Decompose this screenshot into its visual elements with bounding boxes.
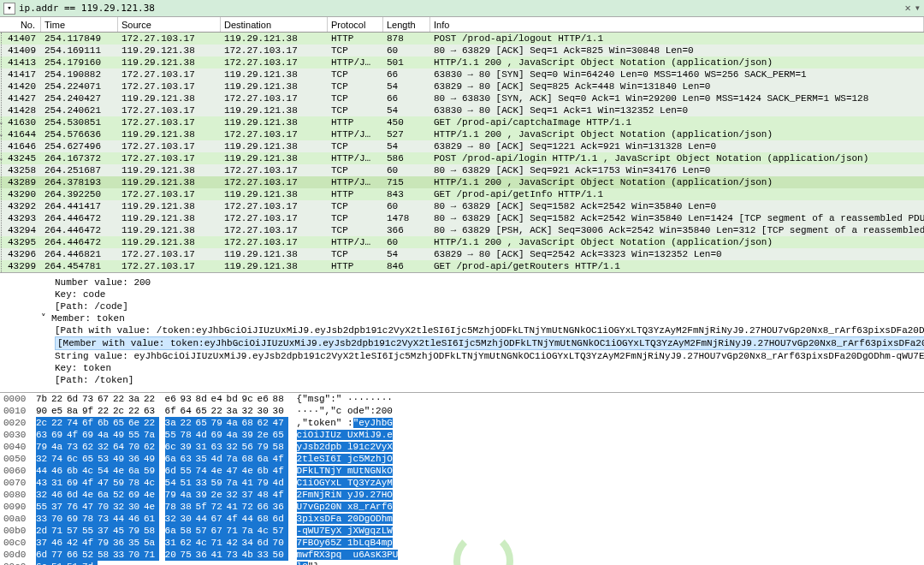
col-time[interactable]: Time bbox=[41, 17, 118, 32]
packet-details[interactable]: Number value: 200 Key: code [Path: /code… bbox=[0, 272, 924, 392]
packet-row[interactable]: 41417254.190882172.27.103.17119.29.121.3… bbox=[0, 68, 924, 80]
detail-path-with-value[interactable]: [Path with value: /token:eyJhbGciOiJIUzU… bbox=[10, 324, 924, 336]
packet-header-row: No. Time Source Destination Protocol Len… bbox=[0, 17, 924, 33]
packet-row[interactable]: 41646254.627496172.27.103.17119.29.121.3… bbox=[0, 140, 924, 152]
packet-row[interactable]: 43290264.392250172.27.103.17119.29.121.3… bbox=[0, 188, 924, 200]
packet-list[interactable]: No. Time Source Destination Protocol Len… bbox=[0, 17, 924, 272]
hex-offsets: 0000001000200030004000500060007000800090… bbox=[0, 393, 33, 565]
detail-path-token[interactable]: [Path: /token] bbox=[10, 374, 924, 386]
packet-row[interactable]: 41630254.530851172.27.103.17119.29.121.3… bbox=[0, 116, 924, 128]
clear-filter-icon[interactable]: ✕ bbox=[905, 2, 911, 15]
filter-text[interactable]: ip.addr == 119.29.121.38 bbox=[19, 3, 902, 14]
filter-dropdown-icon[interactable]: ▾ bbox=[915, 2, 921, 15]
packet-row[interactable]: 43293264.446472119.29.121.38172.27.103.1… bbox=[0, 212, 924, 224]
col-dst[interactable]: Destination bbox=[221, 17, 328, 32]
packet-row[interactable]: 43295264.446472119.29.121.38172.27.103.1… bbox=[0, 236, 924, 248]
detail-path-code[interactable]: [Path: /code] bbox=[10, 300, 924, 312]
detail-number-value[interactable]: Number value: 200 bbox=[10, 277, 924, 288]
detail-string-value[interactable]: String value: eyJhbGciOiJIUzUxMiJ9.eyJsb… bbox=[10, 350, 924, 362]
detail-key-token[interactable]: Key: token bbox=[10, 362, 924, 374]
col-info[interactable]: Info bbox=[430, 17, 924, 32]
packet-row[interactable]: 43299264.454781172.27.103.17119.29.121.3… bbox=[0, 260, 924, 272]
detail-member-with-value[interactable]: [Member with value: token:eyJhbGciOiJIUz… bbox=[10, 336, 924, 350]
filter-bookmark-dropdown[interactable]: ▾ bbox=[3, 3, 15, 15]
expand-caret-icon[interactable]: ˅ bbox=[41, 312, 51, 324]
packet-row[interactable]: 41427254.240427119.29.121.38172.27.103.1… bbox=[0, 92, 924, 104]
packet-row[interactable]: 43292264.441417119.29.121.38172.27.103.1… bbox=[0, 200, 924, 212]
packet-row[interactable]: 43289264.378193119.29.121.38172.27.103.1… bbox=[0, 176, 924, 188]
hex-bytes[interactable]: 7b226d7367223a22 e6938de4bd9ce68890e58a9… bbox=[33, 393, 288, 565]
packet-row[interactable]: 41428254.240621172.27.103.17119.29.121.3… bbox=[0, 104, 924, 116]
detail-key-code[interactable]: Key: code bbox=[10, 288, 924, 300]
packet-row[interactable]: 41409254.169111119.29.121.38172.27.103.1… bbox=[0, 45, 924, 56]
col-src[interactable]: Source bbox=[118, 17, 221, 32]
packet-row[interactable]: 41413254.179160119.29.121.38172.27.103.1… bbox=[0, 56, 924, 68]
packet-row[interactable]: 43296264.446821172.27.103.17119.29.121.3… bbox=[0, 248, 924, 260]
packet-row[interactable]: 41644254.576636119.29.121.38172.27.103.1… bbox=[0, 128, 924, 140]
col-len[interactable]: Length bbox=[383, 17, 430, 32]
packet-row[interactable]: 43258264.251687119.29.121.38172.27.103.1… bbox=[0, 164, 924, 176]
packet-row[interactable]: 43294264.446472119.29.121.38172.27.103.1… bbox=[0, 224, 924, 236]
filter-bar[interactable]: ▾ ip.addr == 119.29.121.38 ✕ ▾ bbox=[0, 0, 924, 17]
packet-row[interactable]: 43245264.167372172.27.103.17119.29.121.3… bbox=[0, 152, 924, 164]
hex-ascii[interactable]: {"msg":" ············","c ode":200,"toke… bbox=[297, 393, 399, 565]
col-proto[interactable]: Protocol bbox=[328, 17, 383, 32]
packet-row[interactable]: 41407254.117849172.27.103.17119.29.121.3… bbox=[0, 33, 924, 45]
packet-row[interactable]: 41420254.224071172.27.103.17119.29.121.3… bbox=[0, 80, 924, 92]
detail-member-token[interactable]: ˅Member: token bbox=[10, 312, 924, 324]
col-no[interactable]: No. bbox=[0, 17, 41, 32]
